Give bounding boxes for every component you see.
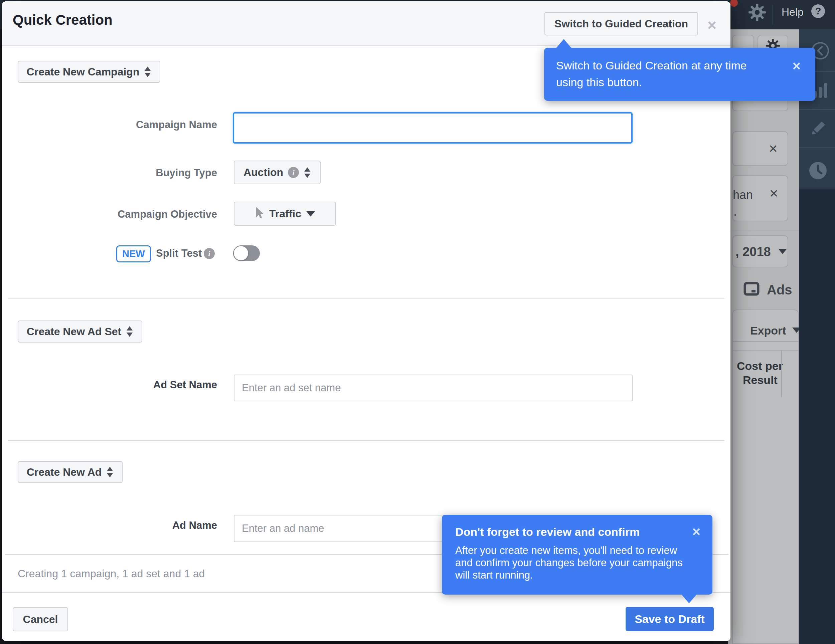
campaign-mode-selector[interactable]: Create New Campaign — [18, 61, 160, 83]
sorter-icon — [144, 66, 151, 78]
campaign-name-label: Campaign Name — [77, 119, 217, 131]
save-to-draft-button[interactable]: Save to Draft — [625, 607, 714, 631]
toggle-knob — [234, 246, 248, 260]
column-header-cost-line2: Result — [743, 373, 778, 387]
info-icon[interactable]: i — [288, 167, 299, 178]
tooltip-arrow-up — [556, 39, 572, 48]
buying-type-label: Buying Type — [77, 167, 217, 179]
settings-gear-icon[interactable] — [748, 3, 766, 23]
chevron-down-icon — [778, 249, 787, 254]
split-test-toggle[interactable] — [233, 245, 260, 261]
guided-creation-tooltip: Switch to Guided Creation at any time us… — [544, 48, 815, 101]
rail-divider — [799, 109, 835, 110]
ad-name-label: Ad Name — [77, 519, 217, 532]
modal-title: Quick Creation — [13, 12, 112, 28]
adset-mode-selector[interactable]: Create New Ad Set — [18, 321, 142, 342]
creation-summary-text: Creating 1 campaign, 1 ad set and 1 ad — [18, 568, 205, 580]
dimmed-filter-chip: × — [732, 131, 788, 166]
split-test-label: Split Test — [156, 247, 206, 260]
ad-mode-selector[interactable]: Create New Ad — [18, 461, 123, 483]
column-header-cost-line1: Cost per — [737, 360, 783, 373]
right-rail-lower — [799, 189, 835, 644]
audience-text-fragment: han — [733, 188, 753, 202]
switch-to-guided-creation-button[interactable]: Switch to Guided Creation — [544, 12, 698, 36]
export-button: Export — [750, 324, 786, 337]
review-confirm-tooltip: Don't forget to review and confirm × Aft… — [442, 515, 712, 595]
help-menu[interactable]: Help — [781, 6, 804, 18]
tooltip-body: After you create new items, you'll need … — [455, 544, 683, 581]
date-range-fragment: , 2018 — [736, 245, 771, 259]
cancel-button[interactable]: Cancel — [13, 607, 68, 631]
cancel-label: Cancel — [23, 613, 58, 626]
cursor-arrow-icon — [255, 206, 265, 221]
chevron-down-icon — [306, 211, 315, 217]
history-clock-icon[interactable] — [809, 161, 827, 181]
remove-filter-icon: × — [769, 141, 778, 156]
campaign-objective-dropdown[interactable]: Traffic — [234, 202, 336, 225]
sorter-icon — [304, 167, 311, 178]
tooltip-arrow-down — [681, 594, 697, 603]
save-label: Save to Draft — [635, 613, 705, 626]
column-divider — [781, 350, 782, 397]
campaign-objective-label: Campaign Objective — [77, 208, 217, 221]
help-question-icon[interactable]: ? — [811, 4, 825, 18]
buying-type-value: Auction — [244, 166, 283, 178]
modal-close-icon[interactable]: × — [707, 17, 716, 33]
dimmed-table-card: Export Cost per Result — [732, 310, 799, 644]
remove-audience-icon: × — [770, 186, 778, 201]
ads-tab-icon — [744, 281, 760, 298]
tooltip-close-icon[interactable]: × — [792, 59, 801, 73]
info-icon[interactable]: i — [204, 248, 215, 259]
section-divider — [8, 298, 725, 299]
rail-divider — [799, 147, 835, 148]
campaign-mode-label: Create New Campaign — [27, 66, 140, 78]
header-divider — [773, 5, 773, 25]
adset-name-label: Ad Set Name — [77, 379, 217, 391]
campaign-name-input[interactable] — [233, 112, 633, 144]
section-divider — [8, 440, 725, 441]
dimmed-audience-chip: han × . — [732, 175, 788, 221]
tooltip-title: Don't forget to review and confirm — [455, 526, 640, 539]
pencil-icon[interactable] — [808, 119, 828, 140]
tooltip-text: Switch to Guided Creation at any time us… — [556, 57, 747, 91]
adset-mode-label: Create New Ad Set — [27, 326, 121, 338]
table-toolbar-divider — [733, 341, 798, 342]
tab-ads: Ads — [767, 282, 792, 297]
sorter-icon — [106, 466, 114, 478]
ad-mode-label: Create New Ad — [27, 466, 102, 479]
text-fragment-dot: . — [733, 204, 737, 219]
new-feature-badge: NEW — [116, 245, 151, 263]
sorter-icon — [126, 326, 133, 337]
dimmed-date-picker: , 2018 — [732, 235, 788, 268]
dimmed-section-divider — [729, 230, 799, 230]
buying-type-dropdown[interactable]: Auction i — [234, 161, 321, 184]
campaign-objective-value: Traffic — [269, 208, 301, 220]
table-header-top-border — [733, 350, 798, 350]
adset-name-input[interactable] — [234, 375, 633, 401]
tooltip-close-icon[interactable]: × — [692, 525, 700, 539]
